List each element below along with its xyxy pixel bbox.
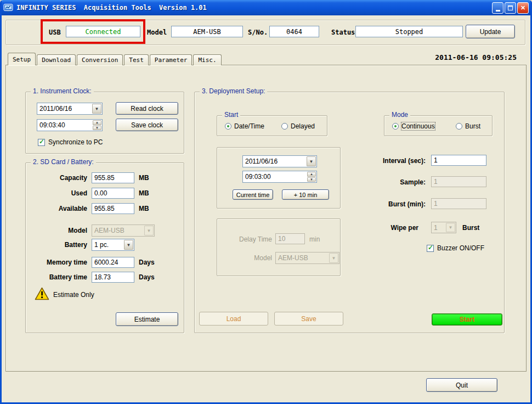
plus-ten-min-button[interactable]: + 10 min — [282, 189, 329, 200]
chevron-down-icon[interactable]: ▼ — [307, 156, 316, 166]
radio-icon — [281, 123, 288, 130]
quit-button[interactable]: Quit — [426, 378, 497, 392]
sd-model-label: Model — [26, 227, 87, 234]
deploy-time-spinner[interactable]: 09:03:00 ▲ ▼ — [242, 171, 317, 183]
chevron-down-icon[interactable]: ▼ — [124, 240, 133, 250]
delay-time-unit: min — [309, 235, 320, 243]
buzzer-checkbox[interactable]: Buzzer ON/OFF — [427, 244, 484, 252]
sync-to-pc-checkbox[interactable]: Synchronize to PC — [38, 138, 103, 146]
used-label: Used — [26, 189, 87, 197]
tab-bar: Setup Download Conversion Test Parameter… — [8, 53, 223, 65]
battery-select[interactable]: 1 pc. ▼ — [92, 239, 134, 251]
deployment-setup-title: 3. Deployment Setup: — [200, 87, 267, 95]
status-value[interactable]: Stopped — [355, 26, 463, 37]
sd-card-battery-title: 2. SD Card / Battery: — [31, 158, 96, 166]
read-clock-button[interactable]: Read clock — [116, 102, 178, 115]
checkbox-icon — [38, 139, 45, 146]
deployment-setup-group: 3. Deployment Setup: Start Date/Time Del… — [194, 92, 505, 333]
buzzer-label: Buzzer ON/OFF — [437, 244, 484, 252]
spin-up-icon[interactable]: ▲ — [307, 172, 316, 177]
tab-misc[interactable]: Misc. — [193, 54, 221, 65]
capacity-field[interactable]: 955.85 — [92, 172, 134, 183]
used-field[interactable]: 0.00 — [92, 188, 134, 199]
chevron-down-icon: ▼ — [144, 226, 154, 235]
instrument-clock-title: 1. Instrument Clock: — [31, 87, 94, 95]
warning-icon — [35, 287, 49, 302]
start-button[interactable]: Start — [432, 313, 502, 326]
usb-status-value[interactable]: Connected — [66, 26, 140, 37]
deploy-date-value: 2011/06/16 — [243, 156, 306, 167]
radio-continuous-label: Continuous — [401, 122, 435, 130]
serial-value[interactable]: 0464 — [269, 26, 319, 37]
available-field[interactable]: 955.85 — [92, 203, 134, 214]
battery-time-unit: Days — [139, 273, 155, 281]
titlebar: INFINITY SERIES Acquisition Tools Versio… — [0, 0, 532, 15]
minimize-button[interactable] — [492, 2, 503, 14]
radio-delayed[interactable]: Delayed — [281, 122, 315, 130]
clock-date-value: 2011/06/16 — [37, 103, 92, 114]
radio-icon — [392, 123, 399, 130]
mode-frame-label: Mode — [389, 111, 410, 119]
save-clock-button[interactable]: Save clock — [116, 119, 178, 131]
sd-card-battery-group: 2. SD Card / Battery: Capacity 955.85 MB… — [25, 162, 184, 333]
current-time-button[interactable]: Current time — [233, 189, 273, 200]
radio-burst[interactable]: Burst — [456, 122, 480, 130]
available-label: Available — [26, 205, 87, 212]
spin-down-icon[interactable]: ▼ — [93, 126, 101, 131]
radio-date-time-label: Date/Time — [234, 122, 264, 130]
burst-min-field: 1 — [431, 198, 486, 209]
battery-label: Battery — [26, 241, 87, 249]
spin-down-icon[interactable]: ▼ — [307, 177, 316, 182]
sd-model-select: AEM-USB ▼ — [92, 225, 155, 237]
tab-download[interactable]: Download — [37, 54, 76, 65]
clock-time-spinner[interactable]: 09:03:40 ▲ ▼ — [37, 119, 103, 131]
maximize-button[interactable] — [505, 2, 516, 14]
radio-date-time[interactable]: Date/Time — [225, 122, 264, 130]
battery-value: 1 pc. — [92, 239, 123, 250]
schedule-box: 2011/06/16 ▼ 09:03:00 ▲ ▼ Current time +… — [217, 147, 341, 209]
estimate-note: Estimate Only — [53, 291, 94, 299]
window-title: INFINITY SERIES Acquisition Tools Versio… — [16, 4, 492, 12]
deploy-date-select[interactable]: 2011/06/16 ▼ — [242, 155, 317, 167]
sd-model-value: AEM-USB — [92, 225, 144, 236]
delay-model-select: AEM-USB ▼ — [275, 252, 339, 264]
tab-setup[interactable]: Setup — [8, 53, 36, 65]
model-value[interactable]: AEM-USB — [171, 26, 243, 37]
update-button[interactable]: Update — [466, 25, 515, 38]
tab-parameter[interactable]: Parameter — [150, 54, 193, 65]
chevron-down-icon: ▼ — [446, 223, 455, 232]
tab-conversion[interactable]: Conversion — [77, 54, 123, 65]
memory-time-label: Memory time — [26, 259, 87, 266]
radio-delayed-label: Delayed — [291, 122, 315, 130]
app-icon — [3, 3, 13, 13]
radio-continuous[interactable]: Continuous — [392, 122, 435, 130]
sample-label: Sample: — [326, 178, 426, 186]
tab-test[interactable]: Test — [124, 54, 149, 65]
status-label: Status — [331, 29, 355, 36]
interval-label: Interval (sec): — [326, 157, 426, 165]
close-icon[interactable]: ✕ — [517, 2, 529, 14]
radio-icon — [225, 123, 231, 130]
memory-time-field[interactable]: 6000.24 — [92, 257, 134, 268]
delay-time-field: 10 — [275, 233, 305, 244]
interval-field[interactable]: 1 — [431, 155, 486, 166]
memory-time-unit: Days — [139, 259, 155, 266]
serial-label: S/No. — [248, 29, 268, 36]
spin-up-icon[interactable]: ▲ — [93, 120, 101, 125]
load-button[interactable]: Load — [199, 312, 268, 326]
checkbox-icon — [427, 245, 434, 252]
clock-date-select[interactable]: 2011/06/16 ▼ — [37, 103, 103, 115]
sync-to-pc-label: Synchronize to PC — [48, 138, 103, 146]
usb-label: USB — [49, 29, 61, 36]
chevron-down-icon: ▼ — [329, 253, 338, 263]
battery-time-label: Battery time — [26, 273, 87, 281]
radio-icon — [456, 123, 462, 130]
sample-field: 1 — [431, 176, 486, 187]
battery-time-field[interactable]: 18.73 — [92, 272, 134, 283]
burst-min-label: Burst (min): — [326, 200, 426, 208]
delay-model-value: AEM-USB — [276, 252, 329, 263]
wipe-per-value: 1 — [432, 222, 445, 233]
estimate-button[interactable]: Estimate — [116, 312, 178, 326]
chevron-down-icon[interactable]: ▼ — [92, 104, 101, 114]
save-button[interactable]: Save — [274, 312, 343, 326]
